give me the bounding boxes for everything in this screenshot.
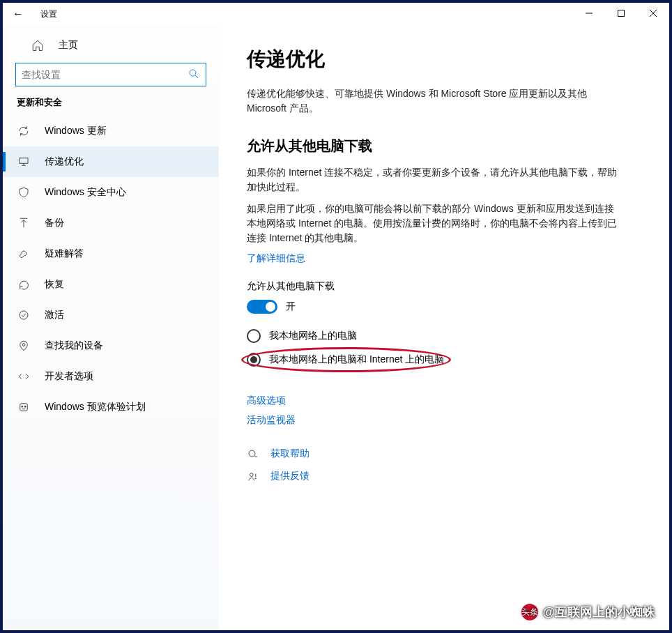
nav-label: 备份 <box>45 217 64 229</box>
radio-label: 我本地网络上的电脑 <box>269 330 357 342</box>
page-title: 传递优化 <box>247 46 641 73</box>
radio-label: 我本地网络上的电脑和 Internet 上的电脑 <box>269 353 444 366</box>
feedback-icon <box>247 471 261 485</box>
nav-label: Windows 预览体验计划 <box>45 401 146 413</box>
get-help-row[interactable]: 获取帮助 <box>247 448 641 463</box>
svg-point-15 <box>24 406 26 407</box>
backup-icon <box>17 217 31 229</box>
learn-more-link[interactable]: 了解详细信息 <box>247 252 305 265</box>
window-controls <box>573 3 669 24</box>
wrench-icon <box>17 247 31 260</box>
nav-label: 查找我的设备 <box>45 340 103 352</box>
delivery-icon <box>17 155 31 168</box>
category-label: 更新和安全 <box>3 96 219 116</box>
toggle-state: 开 <box>286 300 296 313</box>
sync-icon <box>17 125 31 137</box>
search-icon <box>188 68 200 82</box>
settings-window: ← 设置 主页 更新和安全 Windows 更新 <box>0 0 672 633</box>
paragraph-1: 如果你的 Internet 连接不稳定，或者你要更新多个设备，请允许从其他电脑下… <box>247 165 623 195</box>
nav-insider[interactable]: Windows 预览体验计划 <box>3 392 219 422</box>
recovery-icon <box>17 278 31 291</box>
nav-recovery[interactable]: 恢复 <box>3 269 219 300</box>
activity-monitor-link[interactable]: 活动监视器 <box>247 414 641 427</box>
nav-find-device[interactable]: 查找我的设备 <box>3 330 219 361</box>
nav-label: Windows 更新 <box>45 125 107 137</box>
svg-point-17 <box>250 473 254 476</box>
feedback-row[interactable]: 提供反馈 <box>247 470 641 485</box>
nav-windows-update[interactable]: Windows 更新 <box>3 116 219 146</box>
allow-download-toggle[interactable] <box>247 300 277 314</box>
svg-rect-6 <box>20 158 28 164</box>
watermark-text: @互联网上的小蜘蛛 <box>542 604 655 620</box>
back-button[interactable]: ← <box>10 8 26 20</box>
watermark: 头条 @互联网上的小蜘蛛 <box>521 604 655 620</box>
radio-icon <box>247 353 261 367</box>
nav-security[interactable]: Windows 安全中心 <box>3 177 219 208</box>
insider-icon <box>17 401 31 413</box>
get-help-link[interactable]: 获取帮助 <box>270 448 310 460</box>
svg-rect-1 <box>618 10 625 17</box>
svg-rect-13 <box>20 404 28 411</box>
radio-icon <box>247 329 261 343</box>
main-content: 传递优化 传递优化能够快速、可靠地提供 Windows 和 Microsoft … <box>219 25 669 630</box>
search-box[interactable] <box>15 63 206 86</box>
search-input[interactable] <box>22 69 188 80</box>
nav-label: 开发者选项 <box>45 370 93 383</box>
code-icon <box>17 370 31 383</box>
paragraph-2: 如果启用了此项，你的电脑可能会将以前下载的部分 Windows 更新和应用发送到… <box>247 201 623 245</box>
window-title: 设置 <box>40 8 57 20</box>
home-label: 主页 <box>59 39 78 52</box>
svg-point-4 <box>190 70 196 76</box>
sidebar: 主页 更新和安全 Windows 更新 传递优化 Windows 安全中心 <box>3 25 219 630</box>
highlight-ellipse: 我本地网络上的电脑和 Internet 上的电脑 <box>247 353 444 367</box>
svg-point-12 <box>22 344 25 346</box>
maximize-button[interactable] <box>605 3 637 24</box>
minimize-button[interactable] <box>573 3 605 24</box>
svg-point-14 <box>22 406 23 407</box>
shield-icon <box>17 186 31 199</box>
nav-label: 激活 <box>45 309 64 321</box>
svg-line-5 <box>195 75 198 77</box>
svg-point-11 <box>20 311 28 319</box>
intro-text: 传递优化能够快速、可靠地提供 Windows 和 Microsoft Store… <box>247 86 623 116</box>
nav-backup[interactable]: 备份 <box>3 208 219 238</box>
activation-icon <box>17 309 31 321</box>
nav-label: 疑难解答 <box>45 247 84 260</box>
nav-label: Windows 安全中心 <box>45 186 126 199</box>
section-heading: 允许从其他电脑下载 <box>247 137 641 155</box>
help-icon <box>247 448 261 463</box>
radio-local-network[interactable]: 我本地网络上的电脑 <box>247 329 641 343</box>
home-icon <box>31 39 45 52</box>
toggle-label: 允许从其他电脑下载 <box>247 280 641 293</box>
nav-activation[interactable]: 激活 <box>3 300 219 330</box>
nav-troubleshoot[interactable]: 疑难解答 <box>3 238 219 269</box>
close-button[interactable] <box>637 3 669 24</box>
nav-developer[interactable]: 开发者选项 <box>3 361 219 392</box>
advanced-options-link[interactable]: 高级选项 <box>247 395 641 407</box>
svg-point-19 <box>255 478 256 478</box>
location-icon <box>17 340 31 352</box>
titlebar: ← 设置 <box>3 3 669 25</box>
nav-delivery-optimization[interactable]: 传递优化 <box>3 146 219 177</box>
feedback-link[interactable]: 提供反馈 <box>270 470 310 482</box>
nav-label: 恢复 <box>45 278 64 291</box>
home-button[interactable]: 主页 <box>3 33 219 57</box>
watermark-avatar: 头条 <box>521 604 538 620</box>
radio-local-and-internet[interactable]: 我本地网络上的电脑和 Internet 上的电脑 <box>247 353 641 367</box>
nav-label: 传递优化 <box>45 155 84 168</box>
